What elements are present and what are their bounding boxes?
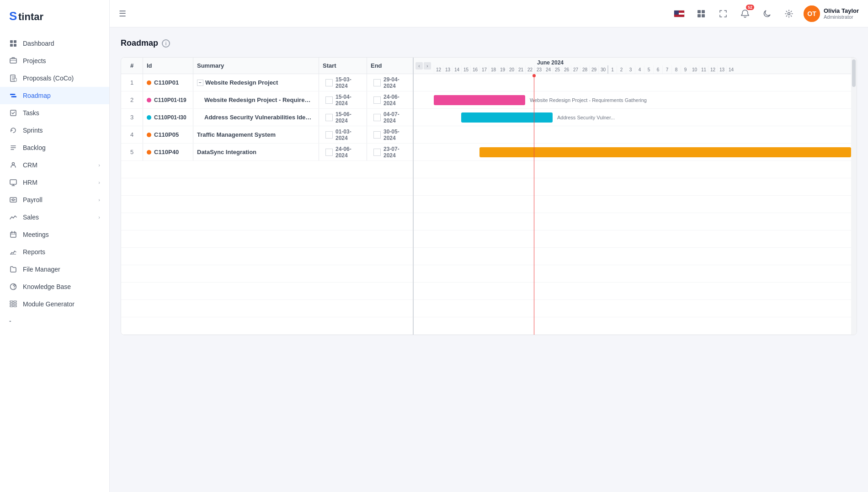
gantt-bar-requirements[interactable]: [434, 95, 525, 105]
empty-row: [121, 196, 413, 213]
summary-value: Address Security Vulnerabilities Identif…: [204, 114, 315, 121]
summary-value: Website Redesign Project - Requirements …: [204, 96, 315, 103]
gantt-next-button[interactable]: ›: [424, 62, 431, 70]
sidebar-item-reports[interactable]: Reports: [0, 243, 109, 261]
row-num: 4: [121, 126, 143, 143]
sidebar-item-knowledge-base[interactable]: Knowledge Base: [0, 278, 109, 295]
summary-value: DataSync Integration: [197, 149, 256, 155]
sidebar-item-label: Meetings: [23, 231, 49, 238]
page-title: Roadmap: [121, 38, 158, 48]
start-checkbox[interactable]: [325, 96, 333, 104]
gantt-row: [414, 178, 857, 196]
row-start: 01-03-2024: [319, 126, 367, 143]
status-dot: [147, 98, 151, 102]
sidebar-item-projects[interactable]: Projects: [0, 52, 109, 70]
settings-icon[interactable]: [782, 6, 796, 21]
sidebar-item-dashboard[interactable]: Dashboard: [0, 35, 109, 52]
empty-rows: [121, 161, 413, 335]
expand-button[interactable]: −: [197, 80, 203, 86]
notification-icon[interactable]: 52: [738, 6, 752, 21]
meetings-icon: [9, 230, 17, 239]
sidebar-item-module-generator[interactable]: Module Generator: [0, 295, 109, 313]
end-checkbox[interactable]: [373, 79, 381, 86]
sidebar-item-label: Sales: [23, 214, 39, 221]
svg-point-18: [12, 163, 15, 165]
sidebar-item-hrm[interactable]: HRM ›: [0, 174, 109, 191]
sidebar-item-separator: -: [0, 313, 109, 329]
sidebar-item-sales[interactable]: Sales ›: [0, 209, 109, 226]
empty-row: [121, 230, 413, 248]
chevron-right-icon: ›: [98, 162, 100, 168]
row-start: 15-04-2024: [319, 91, 367, 108]
chevron-right-icon: ›: [98, 214, 100, 220]
row-start: 24-06-2024: [319, 144, 367, 160]
gantt-prev-button[interactable]: ‹: [415, 62, 423, 70]
roadmap-table-panel: # Id Summary Start End 1 C110P01: [121, 58, 414, 335]
table-row[interactable]: 4 C110P05 Traffic Management System 01-0…: [121, 126, 413, 144]
svg-text:OT: OT: [807, 10, 816, 17]
table-row[interactable]: 2 C110P01-I19 Website Redesign Project -…: [121, 91, 413, 109]
svg-rect-26: [11, 232, 16, 237]
fullscreen-icon[interactable]: [716, 6, 730, 21]
sidebar-item-proposals[interactable]: Proposals (CoCo): [0, 70, 109, 87]
sidebar-item-backlog[interactable]: Backlog: [0, 139, 109, 156]
proposals-icon: [9, 74, 17, 82]
roadmap-icon: [9, 91, 17, 100]
gantt-day: 15: [461, 65, 470, 74]
info-icon[interactable]: i: [162, 39, 170, 48]
sidebar-item-sprints[interactable]: Sprints: [0, 122, 109, 139]
flag-icon[interactable]: [672, 6, 687, 21]
svg-point-31: [11, 284, 16, 290]
sidebar-item-tasks[interactable]: Tasks: [0, 104, 109, 122]
start-value: 15-04-2024: [335, 94, 363, 107]
sidebar-item-crm[interactable]: CRM ›: [0, 156, 109, 174]
start-checkbox[interactable]: [325, 149, 333, 156]
sidebar-item-label: CRM: [23, 161, 37, 169]
tasks-icon: [9, 109, 17, 117]
svg-rect-19: [10, 180, 16, 184]
status-dot: [147, 115, 151, 120]
table-row[interactable]: 3 C110P01-I30 Address Security Vulnerabi…: [121, 109, 413, 126]
gantt-bar-label: Website Redesign Project - Requirements …: [530, 97, 647, 103]
sidebar-item-file-manager[interactable]: File Manager: [0, 261, 109, 278]
apps-grid-icon[interactable]: [694, 6, 708, 21]
user-profile[interactable]: OT Olivia Taylor Administrator: [804, 5, 859, 22]
end-checkbox[interactable]: [373, 96, 381, 104]
svg-rect-40: [702, 10, 705, 13]
gantt-bar-datasync[interactable]: [479, 147, 851, 157]
end-checkbox[interactable]: [373, 114, 381, 121]
col-header-start: Start: [319, 58, 367, 74]
gantt-day: 12: [708, 65, 717, 74]
gantt-row: [414, 213, 857, 230]
gantt-day: 7: [662, 65, 671, 74]
gantt-bar-security[interactable]: [461, 112, 553, 123]
sidebar-item-payroll[interactable]: Payroll ›: [0, 191, 109, 209]
sidebar-nav: Dashboard Projects Proposals (CoCo) Road…: [0, 31, 109, 333]
gantt-day: 2: [617, 65, 626, 74]
svg-text:S: S: [9, 9, 17, 23]
row-summary: Website Redesign Project - Requirements …: [193, 91, 319, 108]
table-row[interactable]: 1 C110P01 − Website Redesign Project 15-…: [121, 74, 413, 91]
theme-toggle-icon[interactable]: [760, 6, 774, 21]
end-checkbox[interactable]: [373, 149, 381, 156]
status-dot: [147, 80, 151, 85]
table-row[interactable]: 5 C110P40 DataSync Integration 24-06-202…: [121, 144, 413, 161]
end-checkbox[interactable]: [373, 131, 381, 139]
sidebar-item-label: Reports: [23, 248, 45, 256]
header-actions: 52 OT Olivia Taylor Administrator: [672, 5, 859, 22]
start-checkbox[interactable]: [325, 79, 333, 86]
row-id: C110P40: [143, 144, 193, 160]
gantt-bar-label: Address Security Vulner...: [557, 115, 615, 120]
gantt-scrollbar-thumb[interactable]: [852, 59, 856, 87]
sidebar-item-meetings[interactable]: Meetings: [0, 226, 109, 243]
gantt-scrollbar[interactable]: [851, 58, 857, 335]
row-num: 2: [121, 91, 143, 108]
menu-toggle-button[interactable]: ☰: [119, 9, 126, 19]
roadmap-container: # Id Summary Start End 1 C110P01: [121, 57, 857, 335]
sidebar-item-roadmap[interactable]: Roadmap: [0, 87, 109, 104]
gantt-day: 1: [607, 65, 617, 74]
start-checkbox[interactable]: [325, 131, 333, 139]
svg-rect-2: [10, 40, 13, 43]
start-checkbox[interactable]: [325, 114, 333, 121]
gantt-day: 18: [489, 65, 498, 74]
